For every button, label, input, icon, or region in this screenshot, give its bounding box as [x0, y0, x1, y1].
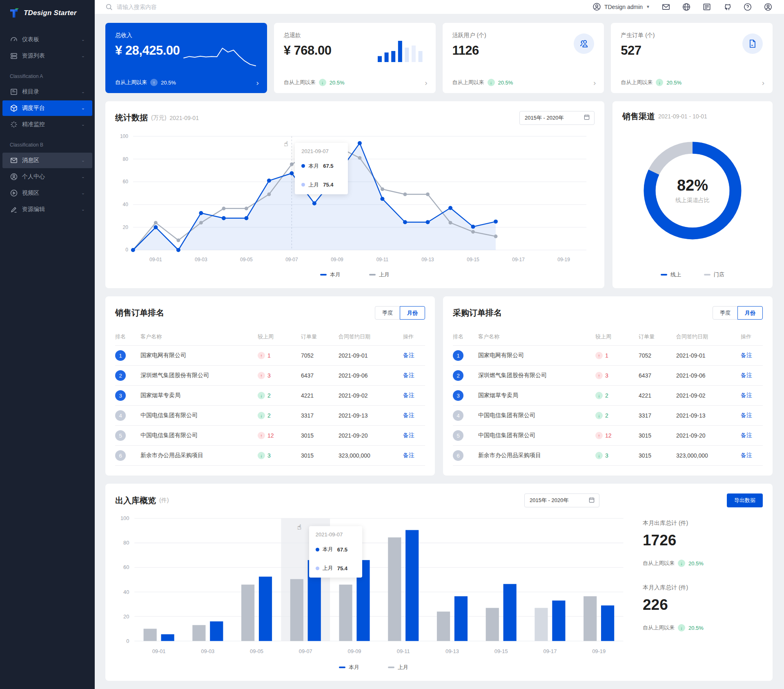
card-footer-text: 自从上周以来: [621, 79, 653, 86]
chevron-down-icon: ⌄: [81, 158, 85, 162]
purchase-orders-table: 排名客户名称较上周订单量合同签约日期操作1国家电网有限公司↑170522021-…: [453, 328, 763, 466]
line-chart: 02040608010009-0109-0309-0509-0709-0909-…: [115, 131, 595, 269]
help-icon[interactable]: [743, 2, 752, 11]
rank-badge: 4: [115, 410, 126, 421]
week-change: ↓3: [595, 452, 639, 459]
svg-text:0: 0: [125, 247, 128, 253]
globe-icon[interactable]: [682, 2, 691, 11]
sidebar-item-个人中心[interactable]: 个人中心⌄: [2, 169, 92, 184]
week-change: ↓2: [595, 392, 639, 399]
refund-sparkbars-svg: [377, 39, 425, 63]
sidebar-item-label: 资源列表: [22, 52, 81, 60]
week-change: ↓3: [258, 452, 301, 459]
calendar-icon: [584, 114, 590, 122]
github-icon[interactable]: [723, 2, 732, 11]
remark-link[interactable]: 备注: [403, 452, 414, 458]
chevron-down-icon: ⌄: [81, 191, 85, 195]
sidebar-item-资源编辑[interactable]: 资源编辑⌄: [2, 202, 92, 217]
contract-date: 2021-09-20: [339, 432, 403, 439]
search-input[interactable]: [117, 4, 247, 10]
card-total-refund[interactable]: 总退款 ¥ 768.00 自从上周以来 ↓ 20.5% ›: [274, 23, 436, 93]
chevron-right-icon[interactable]: ›: [256, 79, 258, 87]
date-range-picker[interactable]: 2015年 - 2020年: [519, 111, 595, 125]
rank-badge: 5: [115, 430, 126, 441]
remark-link[interactable]: 备注: [741, 432, 752, 438]
news-icon[interactable]: [702, 2, 711, 11]
date-range-picker[interactable]: 2015年 - 2020年: [524, 493, 599, 507]
month-toggle-button[interactable]: 月份: [400, 306, 425, 320]
app-logo[interactable]: TDesign Starter: [0, 0, 95, 26]
customer-name: 深圳燃气集团股份有限公司: [140, 372, 258, 379]
trend-up-icon: ↑: [595, 432, 603, 439]
user-menu[interactable]: TDesign admin ▼: [592, 2, 650, 11]
sales-orders-table: 排名客户名称较上周订单量合同签约日期操作1国家电网有限公司↑170522021-…: [115, 328, 425, 466]
nav-group-label: Classification A: [0, 64, 95, 83]
remark-link[interactable]: 备注: [403, 412, 414, 418]
charts-row: 统计数据 (万元) 2021-09-01 2015年 - 2020年 02040…: [105, 101, 773, 288]
trend-up-icon: ↑: [595, 372, 603, 379]
contract-date: 323,000,000: [339, 452, 403, 459]
customer-name: 国家烟草专卖局: [140, 392, 258, 399]
remark-link[interactable]: 备注: [741, 392, 752, 398]
sidebar-item-消息区[interactable]: 消息区⌄: [2, 153, 92, 168]
week-change: ↑12: [258, 432, 301, 439]
quarter-toggle-button[interactable]: 季度: [713, 306, 738, 320]
stats-line-chart-svg: 02040608010009-0109-0309-0509-0709-0909-…: [115, 131, 595, 269]
rank-badge: 5: [453, 430, 463, 441]
chevron-down-icon: ⌄: [81, 106, 85, 110]
contract-date: 2021-09-02: [339, 392, 403, 399]
export-data-button[interactable]: 导出数据: [727, 493, 763, 507]
sidebar-item-仪表板[interactable]: 仪表板⌄: [2, 32, 92, 47]
order-quantity: 3317: [301, 412, 339, 419]
table-row: 5中国电信集团有限公司↑1230152021-09-20备注: [115, 426, 425, 446]
remark-link[interactable]: 备注: [741, 372, 752, 378]
rank-badge: 1: [115, 350, 126, 361]
remark-link[interactable]: 备注: [403, 392, 414, 398]
remark-link[interactable]: 备注: [741, 452, 752, 458]
card-footer-text: 自从上周以来: [115, 79, 147, 86]
contract-date: 2021-09-01: [339, 352, 403, 359]
sidebar-item-精准监控[interactable]: 精准监控⌄: [2, 117, 92, 132]
inbound-total: 本月入库总计 (件) 226 自从上周以来 ↓ 20.5%: [643, 584, 763, 631]
contract-date: 2021-09-20: [676, 432, 741, 439]
svg-text:09-05: 09-05: [240, 257, 253, 262]
remark-link[interactable]: 备注: [741, 352, 752, 358]
svg-text:100: 100: [120, 516, 129, 522]
chevron-right-icon[interactable]: ›: [762, 79, 764, 87]
stats-panel: 统计数据 (万元) 2021-09-01 2015年 - 2020年 02040…: [105, 101, 604, 288]
trend-down-icon: ↓: [678, 624, 685, 631]
remark-link[interactable]: 备注: [403, 352, 414, 358]
column-header: 合同签约日期: [339, 333, 403, 340]
sidebar-item-label: 调度平台: [22, 104, 81, 112]
panel-unit: (万元): [151, 114, 166, 122]
remark-link[interactable]: 备注: [403, 432, 414, 438]
card-title: 总收入: [115, 32, 257, 39]
line-chart-legend: 本月 上月: [115, 271, 595, 278]
svg-text:09-09: 09-09: [331, 257, 343, 262]
card-active-users[interactable]: 活跃用户 (个) 1126 自从上周以来 ↓ 20.5% ›: [443, 23, 604, 93]
sidebar-item-调度平台[interactable]: 调度平台⌄: [2, 100, 92, 116]
remark-link[interactable]: 备注: [403, 372, 414, 378]
month-toggle-button[interactable]: 月份: [737, 306, 763, 320]
user-circle-icon[interactable]: [764, 2, 773, 11]
chevron-right-icon[interactable]: ›: [425, 79, 427, 87]
chevron-right-icon[interactable]: ›: [593, 79, 596, 87]
bar-chart-legend: 本月 上月: [115, 664, 632, 671]
user-name: TDesign admin: [604, 4, 643, 10]
svg-text:09-19: 09-19: [592, 649, 606, 655]
quarter-toggle-button[interactable]: 季度: [375, 306, 400, 320]
card-total-revenue[interactable]: 总收入 ¥ 28,425.00 自从上周以来 ↑ 20.5% ›: [105, 23, 267, 93]
sidebar-item-根目录[interactable]: 根目录⌄: [2, 84, 92, 100]
sidebar-item-资源列表[interactable]: 资源列表⌄: [2, 48, 92, 64]
sidebar-item-视频区[interactable]: 视频区⌄: [2, 185, 92, 201]
order-quantity: 7052: [301, 352, 339, 359]
trend-down-icon: ↓: [595, 452, 603, 459]
chevron-down-icon: ⌄: [81, 175, 85, 179]
refund-sparkbars: [377, 39, 425, 63]
mail-icon[interactable]: [662, 2, 670, 11]
card-percent: 20.5%: [330, 80, 345, 86]
svg-text:09-05: 09-05: [250, 649, 263, 655]
remark-link[interactable]: 备注: [741, 412, 752, 418]
trend-down-icon: ↓: [258, 452, 265, 459]
card-orders[interactable]: 产生订单 (个) 527 自从上周以来 ↓ 20.5% ›: [611, 23, 773, 93]
